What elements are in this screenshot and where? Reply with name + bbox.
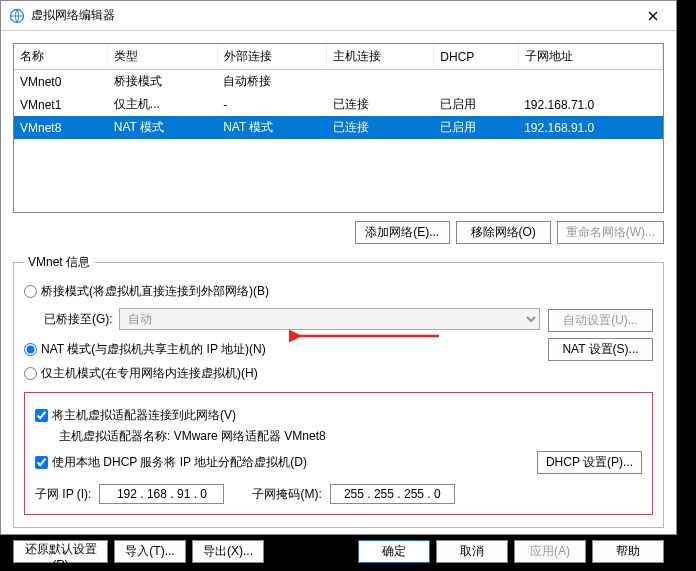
table-row-selected[interactable]: VMnet8 NAT 模式 NAT 模式 已连接 已启用 192.168.91.… <box>14 116 663 139</box>
col-ext[interactable]: 外部连接 <box>217 44 326 70</box>
cancel-button[interactable]: 取消 <box>436 540 508 563</box>
cell-ext: 自动桥接 <box>217 70 326 94</box>
rename-network-button: 重命名网络(W)... <box>557 221 664 244</box>
virtual-network-editor-window: 虚拟网络编辑器 名称 类型 外部连接 主机连接 DHCP 子网地址 <box>0 0 677 535</box>
radio-nat[interactable] <box>24 343 37 356</box>
col-name[interactable]: 名称 <box>14 44 108 70</box>
network-buttons-row: 添加网络(E)... 移除网络(O) 重命名网络(W)... <box>13 221 664 244</box>
cell-subnet <box>518 70 662 94</box>
col-dhcp[interactable]: DHCP <box>434 44 518 70</box>
bridge-to-select: 自动 <box>119 308 540 330</box>
dialog-buttons-row: 还原默认设置(R) 导入(T)... 导出(X)... 确定 取消 应用(A) … <box>13 540 664 563</box>
cell-name: VMnet0 <box>14 70 108 94</box>
auto-settings-button: 自动设置(U)... <box>548 309 653 332</box>
dhcp-settings-button[interactable]: DHCP 设置(P)... <box>537 451 642 474</box>
col-host[interactable]: 主机连接 <box>327 44 434 70</box>
check-connect-host[interactable] <box>35 409 48 422</box>
cell-subnet: 192.168.91.0 <box>518 116 662 139</box>
export-button[interactable]: 导出(X)... <box>192 540 264 563</box>
cell-ext: - <box>217 93 326 116</box>
highlighted-box: 将主机虚拟适配器连接到此网络(V) 主机虚拟适配器名称: VMware 网络适配… <box>24 392 653 515</box>
check-connect-host-label: 将主机虚拟适配器连接到此网络(V) <box>52 407 236 424</box>
nat-settings-button[interactable]: NAT 设置(S)... <box>548 338 653 361</box>
bridge-to-label: 已桥接至(G): <box>44 311 113 328</box>
radio-nat-label: NAT 模式(与虚拟机共享主机的 IP 地址)(N) <box>41 341 266 358</box>
subnet-mask-label: 子网掩码(M): <box>252 486 321 503</box>
cell-type: 桥接模式 <box>108 70 217 94</box>
help-button[interactable]: 帮助 <box>592 540 664 563</box>
remove-network-button[interactable]: 移除网络(O) <box>456 221 551 244</box>
radio-hostonly-label: 仅主机模式(在专用网络内连接虚拟机)(H) <box>41 365 258 382</box>
cell-type: NAT 模式 <box>108 116 217 139</box>
close-button[interactable] <box>638 2 668 30</box>
col-subnet[interactable]: 子网地址 <box>518 44 662 70</box>
network-table[interactable]: 名称 类型 外部连接 主机连接 DHCP 子网地址 VMnet0 桥接模式 自动… <box>13 43 664 213</box>
window-title: 虚拟网络编辑器 <box>31 7 638 24</box>
cell-dhcp <box>434 70 518 94</box>
subnet-mask-input[interactable] <box>330 484 455 504</box>
ok-button[interactable]: 确定 <box>358 540 430 563</box>
check-use-dhcp-label: 使用本地 DHCP 服务将 IP 地址分配给虚拟机(D) <box>52 454 307 471</box>
cell-host: 已连接 <box>327 116 434 139</box>
radio-bridge[interactable] <box>24 285 37 298</box>
cell-subnet: 192.168.71.0 <box>518 93 662 116</box>
app-icon <box>9 8 25 24</box>
apply-button: 应用(A) <box>514 540 586 563</box>
radio-bridge-label: 桥接模式(将虚拟机直接连接到外部网络)(B) <box>41 283 269 300</box>
titlebar: 虚拟网络编辑器 <box>1 1 676 31</box>
restore-defaults-button[interactable]: 还原默认设置(R) <box>13 540 108 563</box>
cell-name: VMnet8 <box>14 116 108 139</box>
subnet-ip-label: 子网 IP (I): <box>35 486 91 503</box>
fieldset-legend: VMnet 信息 <box>24 254 94 271</box>
cell-host: 已连接 <box>327 93 434 116</box>
cell-name: VMnet1 <box>14 93 108 116</box>
vmnet-info-fieldset: VMnet 信息 桥接模式(将虚拟机直接连接到外部网络)(B) 已桥接至(G):… <box>13 254 664 528</box>
cell-type: 仅主机... <box>108 93 217 116</box>
adapter-name-label: 主机虚拟适配器名称: VMware 网络适配器 VMnet8 <box>59 428 642 445</box>
radio-hostonly[interactable] <box>24 367 37 380</box>
col-type[interactable]: 类型 <box>108 44 217 70</box>
cell-ext: NAT 模式 <box>217 116 326 139</box>
cell-dhcp: 已启用 <box>434 93 518 116</box>
table-row[interactable]: VMnet1 仅主机... - 已连接 已启用 192.168.71.0 <box>14 93 663 116</box>
import-button[interactable]: 导入(T)... <box>114 540 186 563</box>
table-row[interactable]: VMnet0 桥接模式 自动桥接 <box>14 70 663 94</box>
cell-dhcp: 已启用 <box>434 116 518 139</box>
content-area: 名称 类型 外部连接 主机连接 DHCP 子网地址 VMnet0 桥接模式 自动… <box>1 31 676 571</box>
check-use-dhcp[interactable] <box>35 456 48 469</box>
subnet-ip-input[interactable] <box>99 484 224 504</box>
cell-host <box>327 70 434 94</box>
add-network-button[interactable]: 添加网络(E)... <box>355 221 450 244</box>
